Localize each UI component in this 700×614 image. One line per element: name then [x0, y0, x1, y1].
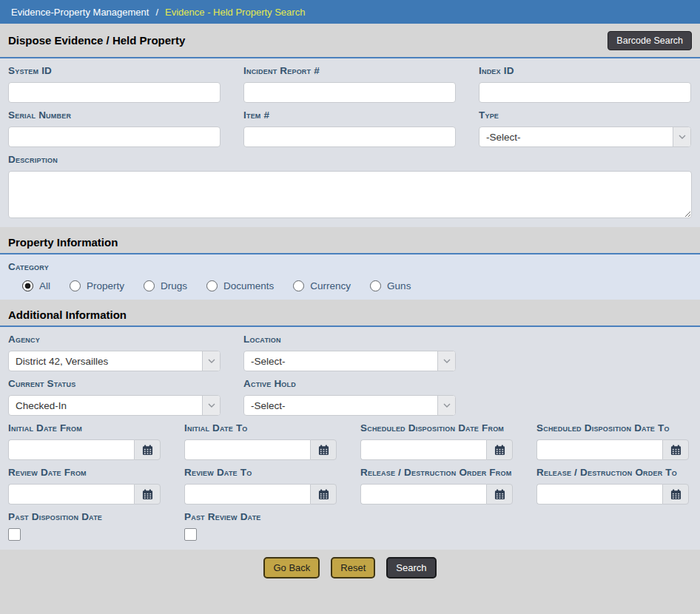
active-hold-select[interactable]: -Select- — [243, 395, 456, 416]
chevron-down-icon — [437, 396, 455, 415]
scheduled-disposition-to-field: Scheduled Disposition Date To — [536, 422, 689, 460]
category-option-documents[interactable]: Documents — [206, 280, 274, 291]
title-row: Dispose Evidence / Held Property Barcode… — [0, 24, 700, 57]
property-information-heading: Property Information — [0, 227, 700, 253]
calendar-icon[interactable] — [134, 439, 161, 460]
review-date-from-label: Review Date From — [8, 466, 161, 479]
category-option-currency[interactable]: Currency — [293, 280, 351, 291]
additional-information-title: Additional Information — [8, 308, 692, 321]
chevron-down-icon — [202, 396, 220, 415]
past-review-date-checkbox[interactable] — [184, 528, 197, 541]
category-label: Category — [8, 260, 692, 274]
serial-number-input[interactable] — [8, 126, 221, 147]
breadcrumb-current-link[interactable]: Evidence - Held Property Search — [165, 7, 305, 18]
release-order-from-input[interactable] — [360, 484, 486, 505]
scheduled-disposition-from-field: Scheduled Disposition Date From — [360, 422, 513, 460]
category-radio-property[interactable] — [70, 280, 81, 291]
system-id-input[interactable] — [8, 82, 221, 103]
past-disposition-date-label: Past Disposition Date — [8, 510, 161, 524]
category-option-drugs[interactable]: Drugs — [144, 280, 187, 291]
current-status-label: Current Status — [8, 377, 221, 391]
current-status-select[interactable]: Checked-In — [8, 395, 221, 416]
page-title: Dispose Evidence / Held Property — [8, 34, 185, 47]
calendar-icon[interactable] — [662, 484, 689, 505]
category-radio-group: All Property Drugs Documents Currency Gu… — [8, 280, 692, 291]
description-label: Description — [8, 153, 692, 166]
search-fields-section: System ID Incident Report # Index ID Ser… — [0, 58, 700, 227]
barcode-search-button[interactable]: Barcode Search — [608, 31, 692, 50]
go-back-button[interactable]: Go Back — [263, 557, 320, 578]
incident-report-input[interactable] — [243, 82, 456, 103]
index-id-label: Index ID — [479, 64, 691, 78]
agency-select[interactable]: District 42, Versailles — [8, 351, 221, 371]
location-select[interactable]: -Select- — [243, 351, 456, 371]
initial-date-from-field: Initial Date From — [8, 422, 161, 460]
category-option-all[interactable]: All — [22, 280, 50, 291]
item-number-label: Item # — [243, 109, 456, 122]
system-id-field: System ID — [8, 64, 221, 103]
category-option-guns[interactable]: Guns — [370, 280, 411, 291]
type-select-value: -Select- — [479, 127, 673, 146]
calendar-icon[interactable] — [662, 439, 689, 460]
release-order-to-input[interactable] — [536, 484, 662, 505]
category-option-all-label: All — [39, 280, 50, 291]
incident-report-label: Incident Report # — [243, 64, 456, 78]
initial-date-to-label: Initial Date To — [184, 422, 337, 435]
property-information-title: Property Information — [8, 236, 692, 249]
category-option-property[interactable]: Property — [70, 280, 124, 291]
initial-date-to-input[interactable] — [184, 439, 310, 460]
index-id-input[interactable] — [479, 82, 691, 103]
footer-button-bar: Go Back Reset Search — [0, 550, 700, 578]
category-radio-all[interactable] — [22, 280, 33, 291]
category-option-guns-label: Guns — [387, 280, 411, 291]
location-label: Location — [243, 333, 456, 346]
calendar-icon[interactable] — [310, 439, 337, 460]
category-radio-currency[interactable] — [293, 280, 304, 291]
category-option-documents-label: Documents — [223, 280, 274, 291]
release-order-from-field: Release / Destruction Order From — [360, 466, 513, 505]
description-field: Description — [8, 153, 692, 220]
release-order-to-field: Release / Destruction Order To — [536, 466, 689, 505]
scheduled-disposition-to-input[interactable] — [536, 439, 662, 460]
breadcrumb-parent-link[interactable]: Evidence-Property Management — [11, 7, 149, 18]
category-radio-drugs[interactable] — [144, 280, 155, 291]
category-radio-documents[interactable] — [206, 280, 218, 291]
past-review-date-label: Past Review Date — [184, 510, 337, 524]
category-radio-guns[interactable] — [370, 280, 381, 291]
type-label: Type — [479, 109, 691, 122]
active-hold-select-value: -Select- — [244, 396, 437, 415]
serial-number-field: Serial Number — [8, 109, 221, 147]
active-hold-label: Active Hold — [243, 377, 456, 391]
review-date-to-field: Review Date To — [184, 466, 337, 505]
calendar-icon[interactable] — [310, 484, 337, 505]
incident-report-field: Incident Report # — [243, 64, 456, 103]
category-option-currency-label: Currency — [310, 280, 351, 291]
calendar-icon[interactable] — [486, 484, 513, 505]
description-input[interactable] — [8, 171, 692, 218]
type-select[interactable]: -Select- — [479, 126, 691, 147]
chevron-down-icon — [673, 127, 690, 146]
initial-date-to-field: Initial Date To — [184, 422, 337, 460]
review-date-from-input[interactable] — [8, 484, 134, 505]
search-button[interactable]: Search — [386, 557, 436, 578]
calendar-icon[interactable] — [486, 439, 513, 460]
review-date-to-input[interactable] — [184, 484, 310, 505]
location-select-value: -Select- — [244, 351, 437, 371]
item-number-input[interactable] — [243, 126, 456, 147]
system-id-label: System ID — [8, 64, 221, 78]
reset-button[interactable]: Reset — [331, 557, 375, 578]
category-option-property-label: Property — [87, 280, 124, 291]
item-number-field: Item # — [243, 109, 456, 147]
scheduled-disposition-from-input[interactable] — [360, 439, 486, 460]
calendar-icon[interactable] — [134, 484, 161, 505]
agency-field: Agency District 42, Versailles — [8, 333, 221, 371]
chevron-down-icon — [202, 351, 220, 371]
past-disposition-date-checkbox[interactable] — [8, 528, 21, 541]
release-order-to-label: Release / Destruction Order To — [536, 466, 689, 479]
initial-date-from-input[interactable] — [8, 439, 134, 460]
initial-date-from-label: Initial Date From — [8, 422, 161, 435]
agency-label: Agency — [8, 333, 221, 346]
scheduled-disposition-to-label: Scheduled Disposition Date To — [536, 422, 689, 435]
review-date-to-label: Review Date To — [184, 466, 337, 479]
review-date-from-field: Review Date From — [8, 466, 161, 505]
